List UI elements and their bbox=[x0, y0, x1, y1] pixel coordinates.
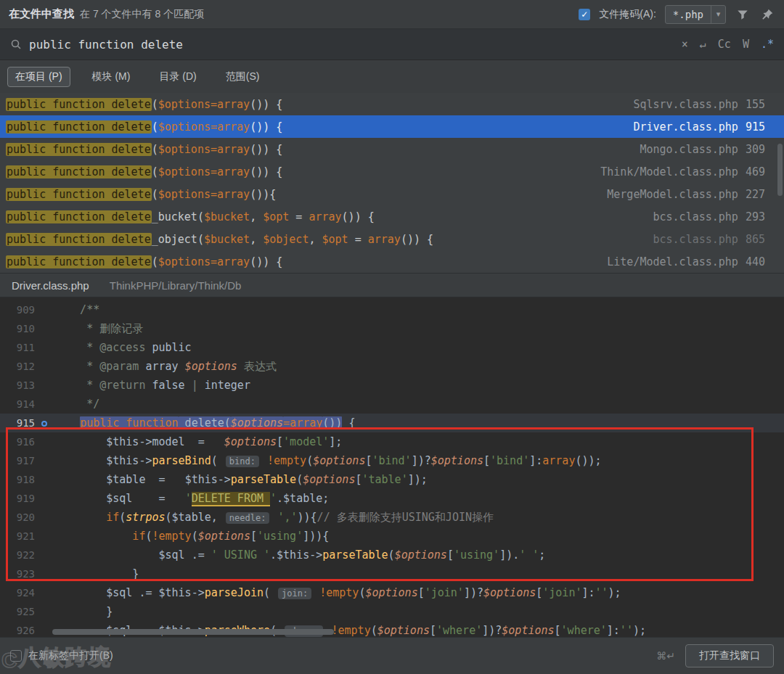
preview-file-path: ThinkPHP/Library/Think/Db bbox=[110, 279, 242, 292]
code-line[interactable]: 920 if(strpos($table, needle: ',')){// 多… bbox=[0, 508, 784, 527]
line-number: 926 bbox=[0, 621, 35, 637]
scope-tab[interactable]: 模块 (M) bbox=[85, 67, 138, 86]
code-line[interactable]: 924 $sql .= $this->parseJoin( join: !emp… bbox=[0, 583, 784, 602]
result-location: Think/Model.class.php469 bbox=[589, 165, 765, 178]
dialog-title: 在文件中查找 bbox=[9, 7, 74, 21]
result-snippet: public function delete($options=array())… bbox=[6, 165, 282, 178]
clear-search-icon[interactable]: × bbox=[682, 38, 688, 51]
line-number: 924 bbox=[0, 583, 35, 602]
code-line[interactable]: 921 if(!empty($options['using'])){ bbox=[0, 527, 784, 546]
chevron-down-icon[interactable] bbox=[711, 6, 725, 23]
code-line[interactable]: 915 public function delete($options=arra… bbox=[0, 414, 784, 432]
result-line-number: 915 bbox=[746, 120, 765, 133]
match-highlight: public function delete bbox=[6, 210, 152, 223]
dialog-titlebar: 在文件中查找 在 7 个文件中有 8 个匹配项 文件掩码(A): *.php bbox=[0, 0, 784, 29]
search-bar[interactable]: public function delete × ↵ Cc W .* bbox=[0, 29, 784, 60]
line-number: 910 bbox=[0, 319, 35, 338]
result-snippet: public function delete($options=array())… bbox=[6, 188, 276, 201]
result-snippet: public function delete($options=array())… bbox=[6, 143, 282, 156]
preview-file-name: Driver.class.php bbox=[12, 279, 89, 292]
result-location: bcs.class.php293 bbox=[642, 210, 766, 223]
line-number: 914 bbox=[0, 395, 35, 414]
code-preview: 909 /**910 * 删除记录911 * @access public912… bbox=[0, 297, 784, 637]
match-summary: 在 7 个文件中有 8 个匹配项 bbox=[80, 8, 204, 21]
file-mask-value: *.php bbox=[666, 9, 711, 20]
result-snippet: public function delete($options=array())… bbox=[6, 255, 282, 268]
result-location: Sqlsrv.class.php155 bbox=[621, 98, 765, 111]
search-input[interactable]: public function delete bbox=[29, 38, 183, 52]
code-line[interactable]: 916 $this->model = $options['model']; bbox=[0, 432, 784, 451]
result-snippet: public function delete_object($bucket, $… bbox=[6, 233, 433, 246]
result-row[interactable]: public function delete($options=array())… bbox=[0, 160, 784, 183]
code-line[interactable]: 918 $table = $this->parseTable($options[… bbox=[0, 470, 784, 489]
line-number: 925 bbox=[0, 602, 35, 621]
result-line-number: 469 bbox=[746, 165, 765, 178]
scope-tabs: 在项目 (P)模块 (M)目录 (D)范围(S) bbox=[0, 60, 784, 93]
result-row[interactable]: public function delete($options=array())… bbox=[0, 93, 784, 115]
scope-tab[interactable]: 在项目 (P) bbox=[7, 67, 70, 87]
result-file-name: Sqlsrv.class.php bbox=[633, 98, 738, 111]
open-in-new-tab-checkbox[interactable] bbox=[10, 650, 22, 662]
newline-icon[interactable]: ↵ bbox=[700, 38, 706, 51]
line-number: 919 bbox=[0, 489, 35, 508]
code-line[interactable]: 910 * 删除记录 bbox=[0, 319, 784, 338]
open-find-window-button[interactable]: 打开查找窗口 bbox=[685, 644, 774, 667]
result-file-name: bcs.class.php bbox=[653, 233, 738, 246]
result-file-name: Mongo.class.php bbox=[640, 143, 738, 156]
file-mask-select[interactable]: *.php bbox=[665, 5, 726, 24]
code-line[interactable]: 911 * @access public bbox=[0, 338, 784, 357]
code-line[interactable]: 914 */ bbox=[0, 395, 784, 414]
match-highlight: public function delete bbox=[6, 143, 152, 156]
line-number: 921 bbox=[0, 527, 35, 546]
result-location: Driver.class.php915 bbox=[621, 120, 765, 133]
line-number: 913 bbox=[0, 376, 35, 395]
code-line[interactable]: 913 * @return false | integer bbox=[0, 376, 784, 395]
line-number: 915 bbox=[0, 414, 35, 432]
code-line[interactable]: 925 } bbox=[0, 602, 784, 621]
result-row[interactable]: public function delete($options=array())… bbox=[0, 250, 784, 273]
result-snippet: public function delete_bucket($bucket, $… bbox=[6, 210, 375, 223]
preview-header: Driver.class.php ThinkPHP/Library/Think/… bbox=[0, 273, 784, 297]
result-row[interactable]: public function delete($options=array())… bbox=[0, 115, 784, 138]
result-file-name: MergeModel.class.php bbox=[607, 188, 738, 201]
result-line-number: 440 bbox=[746, 255, 765, 268]
results-scrollbar[interactable] bbox=[777, 144, 783, 196]
match-highlight: public function delete bbox=[6, 98, 152, 111]
pin-icon[interactable] bbox=[759, 7, 775, 22]
match-highlight: public function delete bbox=[6, 188, 152, 201]
scope-tab[interactable]: 目录 (D) bbox=[152, 67, 203, 86]
result-row[interactable]: public function delete($options=array())… bbox=[0, 138, 784, 160]
filter-icon[interactable] bbox=[735, 7, 751, 22]
regex-toggle[interactable]: .* bbox=[761, 38, 774, 51]
match-highlight: public function delete bbox=[6, 233, 152, 246]
result-row[interactable]: public function delete_bucket($bucket, $… bbox=[0, 205, 784, 228]
find-in-files-dialog: 在文件中查找 在 7 个文件中有 8 个匹配项 文件掩码(A): *.php p… bbox=[0, 0, 784, 674]
result-row[interactable]: public function delete_object($bucket, $… bbox=[0, 228, 784, 250]
scope-tab[interactable]: 范围(S) bbox=[219, 67, 267, 86]
result-row[interactable]: public function delete($options=array())… bbox=[0, 183, 784, 205]
line-number: 912 bbox=[0, 357, 35, 376]
results-list: public function delete($options=array())… bbox=[0, 93, 784, 273]
horizontal-scrollbar[interactable] bbox=[52, 629, 334, 635]
line-number: 923 bbox=[0, 564, 35, 583]
result-line-number: 309 bbox=[746, 143, 765, 156]
result-location: bcs.class.php865 bbox=[642, 233, 766, 246]
result-line-number: 865 bbox=[746, 233, 765, 246]
code-line[interactable]: 909 /** bbox=[0, 300, 784, 319]
code-line[interactable]: 923 } bbox=[0, 564, 784, 583]
line-number: 918 bbox=[0, 470, 35, 489]
match-highlight: public function delete bbox=[6, 255, 152, 268]
whole-words-toggle[interactable]: W bbox=[743, 38, 749, 51]
line-number: 922 bbox=[0, 546, 35, 564]
result-line-number: 293 bbox=[746, 210, 765, 223]
match-highlight: public function delete bbox=[6, 165, 152, 178]
result-file-name: Think/Model.class.php bbox=[600, 165, 738, 178]
code-line[interactable]: 912 * @param array $options 表达式 bbox=[0, 357, 784, 376]
file-mask-checkbox[interactable] bbox=[579, 9, 590, 20]
code-line[interactable]: 919 $sql = 'DELETE FROM '.$table; bbox=[0, 489, 784, 508]
code-line[interactable]: 922 $sql .= ' USING '.$this->parseTable(… bbox=[0, 546, 784, 564]
code-line[interactable]: 917 $this->parseBind( bind: !empty($opti… bbox=[0, 451, 784, 470]
bottom-bar: 在新标签中打开(B) ⌘↵ 打开查找窗口 C 八敏跨境 bbox=[0, 637, 784, 674]
match-case-toggle[interactable]: Cc bbox=[718, 38, 731, 51]
result-file-name: bcs.class.php bbox=[653, 210, 738, 223]
